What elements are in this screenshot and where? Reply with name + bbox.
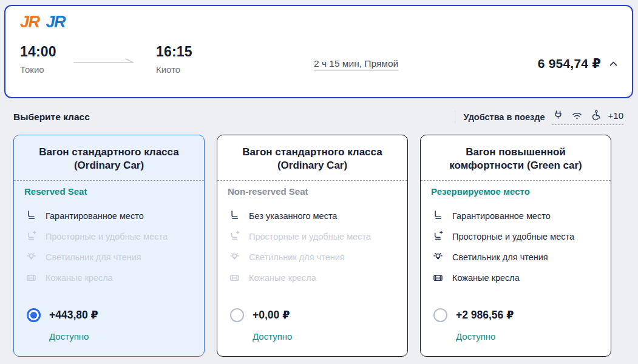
trip-duration-link[interactable]: 2 ч 15 мин, Прямой [314, 58, 398, 69]
seat-icon [228, 209, 241, 222]
class-section-header: Выберите класс Удобства в поезде +10 [13, 109, 623, 125]
card-subtitle: Резервируемое место [431, 186, 600, 197]
feature-row: Светильник для чтения [25, 251, 193, 263]
price-row: +0,00 ₽ [230, 308, 292, 322]
seat-plus-icon [25, 230, 38, 243]
class-cards: Вагон стандартного класса (Ordinary Car)… [13, 135, 611, 357]
vertical-divider [455, 111, 455, 123]
feature-row: Гарантированное место [432, 209, 600, 222]
feature-label: Просторные и удобные места [249, 232, 371, 241]
arrival-city: Киото [156, 64, 192, 75]
arrival-time: 16:15 [156, 44, 192, 60]
class-card-non-reserved-seat[interactable]: Вагон стандартного класса (Ordinary Car)… [217, 135, 408, 357]
feature-label: Светильник для чтения [46, 252, 141, 262]
leather-seat-icon [25, 271, 38, 284]
card-footer: +0,00 ₽ Доступно [230, 308, 292, 342]
jr-logo-blue: JR [46, 13, 66, 32]
feature-row: Просторные и удобные места [228, 230, 396, 243]
reading-light-icon [432, 251, 444, 263]
class-price: +443,80 ₽ [49, 309, 98, 322]
amenities-tooltip-trigger[interactable]: +10 [552, 109, 623, 125]
feature-list: Без указанного места Просторные и удобны… [228, 209, 396, 284]
total-price-toggle[interactable]: 6 954,74 ₽ [538, 56, 619, 71]
feature-row: Просторные и удобные места [25, 230, 193, 243]
card-title: Вагон стандартного класса (Ordinary Car) [14, 144, 204, 181]
trip-summary-card[interactable]: JR JR 14:00 Токио 16:15 Киото 2 ч 15 мин… [4, 5, 633, 98]
feature-list: Гарантированное место Просторные и удобн… [25, 209, 193, 284]
amenities-label: Удобства в поезде [464, 112, 545, 122]
feature-label: Кожаные кресла [452, 273, 520, 283]
class-card-reserved-seat[interactable]: Вагон стандартного класса (Ordinary Car)… [13, 135, 205, 357]
seat-plus-icon [228, 230, 241, 243]
chevron-up-icon[interactable] [608, 59, 619, 69]
price-row: +443,80 ₽ [27, 308, 98, 322]
class-radio[interactable] [433, 308, 447, 322]
availability-status: Доступно [456, 331, 514, 342]
power-icon [552, 109, 565, 122]
total-price: 6 954,74 ₽ [538, 56, 601, 71]
amenities-more-count: +10 [608, 110, 623, 121]
leather-seat-icon [228, 271, 241, 284]
card-subtitle: Reserved Seat [24, 186, 194, 197]
card-title: Вагон повышенной комфортности (Green car… [421, 144, 611, 181]
class-price: +0,00 ₽ [253, 309, 290, 322]
feature-label: Светильник для чтения [249, 252, 345, 262]
feature-row: Светильник для чтения [432, 251, 600, 263]
class-price: +2 986,56 ₽ [456, 309, 514, 322]
feature-row: Светильник для чтения [228, 251, 396, 263]
feature-row: Просторные и удобные места [432, 230, 600, 243]
arrival-block: 16:15 Киото [156, 44, 192, 75]
feature-label: Просторные и удобные места [452, 232, 574, 241]
feature-label: Кожаные кресла [46, 273, 113, 283]
feature-label: Гарантированное место [46, 211, 144, 221]
card-footer: +443,80 ₽ Доступно [27, 308, 98, 342]
feature-label: Кожаные кресла [249, 273, 316, 283]
seat-icon [432, 209, 444, 222]
departure-city: Токио [20, 64, 56, 75]
card-footer: +2 986,56 ₽ Доступно [433, 308, 514, 342]
feature-row: Кожаные кресла [228, 271, 396, 284]
reading-light-icon [228, 251, 241, 263]
feature-label: Гарантированное место [452, 211, 551, 221]
jr-logo-orange: JR [20, 13, 39, 32]
seat-plus-icon [432, 230, 444, 243]
feature-list: Гарантированное место Просторные и удобн… [432, 209, 600, 284]
departure-time: 14:00 [20, 44, 56, 60]
feature-label: Без указанного места [249, 211, 337, 221]
wifi-icon [571, 109, 583, 122]
seat-icon [25, 209, 38, 222]
feature-label: Просторные и удобные места [46, 232, 168, 241]
reading-light-icon [25, 251, 38, 263]
price-row: +2 986,56 ₽ [433, 308, 514, 322]
card-title: Вагон стандартного класса (Ordinary Car) [217, 144, 407, 181]
class-radio[interactable] [230, 308, 244, 322]
leather-seat-icon [432, 271, 444, 284]
card-subtitle: Non-reserved Seat [228, 186, 397, 197]
feature-row: Без указанного места [228, 209, 396, 222]
availability-status: Доступно [49, 331, 98, 342]
carrier-logos: JR JR [20, 13, 65, 32]
section-title: Выберите класс [13, 112, 90, 123]
feature-label: Светильник для чтения [452, 252, 548, 262]
departure-block: 14:00 Токио [20, 44, 56, 75]
wheelchair-icon [589, 109, 602, 122]
route-arrow-icon [73, 57, 137, 67]
feature-row: Кожаные кресла [432, 271, 600, 284]
class-card-green-car[interactable]: Вагон повышенной комфортности (Green car… [420, 135, 611, 357]
availability-status: Доступно [253, 331, 292, 342]
train-amenities-group: Удобства в поезде +10 [455, 109, 623, 125]
feature-row: Гарантированное место [25, 209, 193, 222]
class-radio-selected[interactable] [27, 308, 41, 322]
feature-row: Кожаные кресла [25, 271, 193, 284]
